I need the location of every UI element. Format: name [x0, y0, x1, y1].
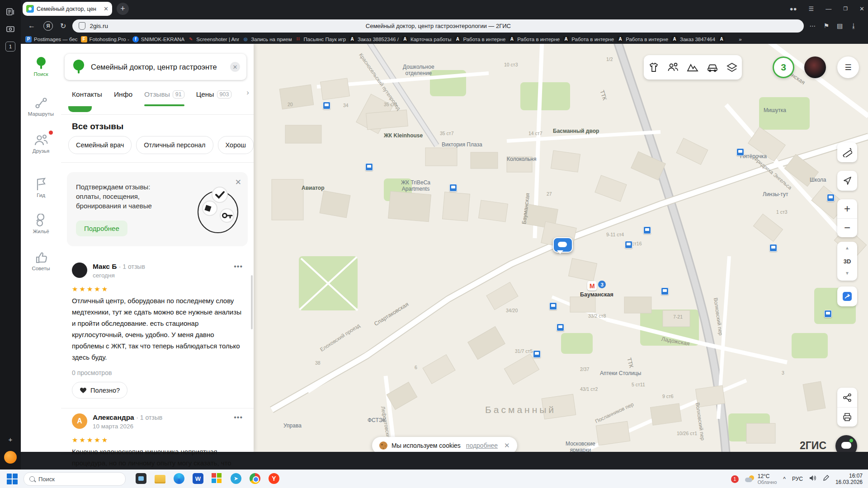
- close-button[interactable]: ✕: [859, 5, 864, 12]
- alice-icon[interactable]: [4, 451, 17, 464]
- locate-button[interactable]: [837, 171, 857, 191]
- explorer-icon[interactable]: [155, 473, 166, 485]
- sidebar-item-гид[interactable]: Гид: [21, 178, 61, 198]
- office-icon[interactable]: [212, 473, 223, 485]
- start-button[interactable]: [6, 473, 18, 485]
- filter-chip[interactable]: Хорош: [218, 136, 254, 154]
- metro-station-baumanskaya[interactable]: М3 Бауманская: [580, 281, 613, 298]
- browser-menu-icon[interactable]: ☰: [809, 5, 814, 12]
- address-bar[interactable]: 2gis.ru Семейный доктор, центр гастроэнт…: [72, 19, 804, 33]
- tab-инфо[interactable]: Инфо: [114, 80, 132, 109]
- bus-stop-icon[interactable]: [533, 350, 541, 358]
- clothes-icon[interactable]: [647, 61, 660, 74]
- back-icon[interactable]: ←: [28, 22, 35, 30]
- bookmark-item[interactable]: AКарточка работы: [402, 36, 451, 42]
- maximize-button[interactable]: ❐: [843, 6, 848, 12]
- panel-scrollbar[interactable]: [251, 275, 253, 329]
- bookmark-item[interactable]: fSNIMOK-EKRANA: [132, 36, 185, 42]
- avatar[interactable]: [72, 263, 87, 278]
- sidebar-item-маршруты[interactable]: Маршруты: [21, 96, 61, 117]
- counter-badge[interactable]: 1: [5, 42, 15, 52]
- 2gis-logo[interactable]: 2ГИС: [800, 440, 826, 452]
- bus-stop-icon[interactable]: [824, 310, 832, 318]
- map-canvas[interactable]: М3 Бауманская 3 ☰: [254, 44, 868, 452]
- bus-stop-icon[interactable]: [323, 102, 330, 109]
- plus-icon[interactable]: +: [5, 434, 16, 445]
- layers-icon[interactable]: [725, 61, 739, 74]
- collections-icon[interactable]: ▤: [837, 22, 843, 29]
- bookmark-item[interactable]: AЗаказ 38852346 /: [349, 36, 399, 42]
- tilt-down-icon[interactable]: ▼: [845, 271, 849, 277]
- more-icon[interactable]: ⋯: [809, 22, 816, 29]
- print-button[interactable]: [837, 407, 857, 427]
- 3d-toggle-button[interactable]: 3D: [837, 252, 857, 271]
- bookmark-item[interactable]: ✎Screenshoter | Anr: [188, 36, 239, 42]
- bookmark-item[interactable]: AРабота в интерне: [617, 36, 668, 42]
- screenshot-icon[interactable]: [5, 23, 16, 34]
- shield-icon[interactable]: [79, 22, 85, 30]
- language-indicator[interactable]: РУС: [792, 476, 803, 482]
- extensions-dots-icon[interactable]: ●●: [790, 5, 797, 12]
- zoom-in-button[interactable]: +: [837, 199, 857, 218]
- sidebar-item-друзья[interactable]: Друзья: [21, 133, 61, 154]
- bookmark-item[interactable]: AРабота в интерне: [454, 36, 505, 42]
- docs-icon[interactable]: W: [193, 473, 204, 485]
- bus-stop-icon[interactable]: [661, 287, 669, 295]
- measure-button[interactable]: [837, 142, 857, 162]
- bus-stop-icon[interactable]: [643, 226, 651, 234]
- selected-place-marker[interactable]: [553, 237, 573, 253]
- yandex-browser-icon[interactable]: Y: [269, 473, 280, 485]
- weather-widget[interactable]: 12°CОблачно: [745, 474, 777, 485]
- friends-icon[interactable]: [666, 61, 680, 74]
- bookmark-flag-icon[interactable]: ⚑: [823, 22, 829, 29]
- chrome-icon[interactable]: [250, 473, 261, 485]
- bus-stop-icon[interactable]: [365, 163, 373, 171]
- bus-stop-icon[interactable]: [449, 184, 457, 192]
- taskbar-search[interactable]: Поиск: [24, 472, 126, 486]
- cookie-close-icon[interactable]: ✕: [504, 441, 510, 450]
- notification-badge[interactable]: 1: [731, 475, 739, 483]
- filter-chip[interactable]: Семейный врач: [68, 136, 132, 154]
- tray-chevron-icon[interactable]: ^: [783, 476, 786, 482]
- bookmark-item[interactable]: ∷Пасьянс Паук игр: [295, 36, 346, 42]
- banner-more-button[interactable]: Подробнее: [76, 221, 127, 236]
- bus-stop-icon[interactable]: [769, 244, 777, 252]
- browser-tab[interactable]: Семейный доктор, цен ✕: [23, 2, 112, 16]
- task-view-icon[interactable]: [136, 473, 147, 485]
- bus-stop-icon[interactable]: [736, 148, 744, 156]
- telegram-icon[interactable]: ➤: [231, 473, 242, 485]
- review-menu-icon[interactable]: •••: [234, 413, 243, 422]
- refresh-icon[interactable]: ↻: [60, 22, 66, 30]
- share-button[interactable]: [837, 388, 857, 407]
- transport-icon[interactable]: [706, 61, 719, 74]
- new-tab-button[interactable]: +: [117, 3, 129, 15]
- navigator-button[interactable]: [837, 286, 857, 306]
- bus-stop-icon[interactable]: [827, 194, 835, 202]
- tab-контакты[interactable]: Контакты: [72, 80, 102, 109]
- license-links[interactable]: Лицензионное соглашение, политика конфид…: [687, 451, 825, 452]
- sidebar-item-жильё[interactable]: Жильё: [21, 214, 61, 234]
- avatar[interactable]: А: [72, 413, 87, 429]
- cookie-more-link[interactable]: подробнее: [466, 442, 498, 449]
- sidebar-item-поиск[interactable]: Поиск: [21, 56, 61, 77]
- filter-chip[interactable]: Отличный персонал: [136, 136, 213, 154]
- download-icon[interactable]: ⭳: [850, 22, 857, 29]
- traffic-score-button[interactable]: 3: [773, 56, 794, 78]
- tab-цены[interactable]: Цены903: [196, 80, 232, 109]
- tilt-up-icon[interactable]: ▲: [845, 245, 849, 252]
- minimize-button[interactable]: —: [826, 5, 831, 12]
- clock[interactable]: 16:07 16.03.2026: [835, 473, 863, 485]
- map-menu-button[interactable]: ☰: [837, 56, 859, 78]
- bookmark-item[interactable]: AРабота в интерне: [509, 36, 560, 42]
- volume-icon[interactable]: [809, 475, 816, 483]
- bookmark-item[interactable]: FFotohosting.Pro -: [81, 36, 129, 42]
- pen-icon[interactable]: [823, 475, 829, 483]
- bookmark-item[interactable]: AЗаказ 3847464: [671, 36, 715, 42]
- review-menu-icon[interactable]: •••: [234, 263, 243, 271]
- terrain-icon[interactable]: [686, 61, 699, 74]
- tab-отзывы[interactable]: Отзывы91: [144, 80, 184, 109]
- profile-avatar[interactable]: [804, 56, 826, 78]
- helpful-button[interactable]: Полезно?: [72, 382, 127, 399]
- clear-search-icon[interactable]: ✕: [230, 62, 240, 72]
- tabs-overflow-icon[interactable]: ›: [246, 88, 249, 97]
